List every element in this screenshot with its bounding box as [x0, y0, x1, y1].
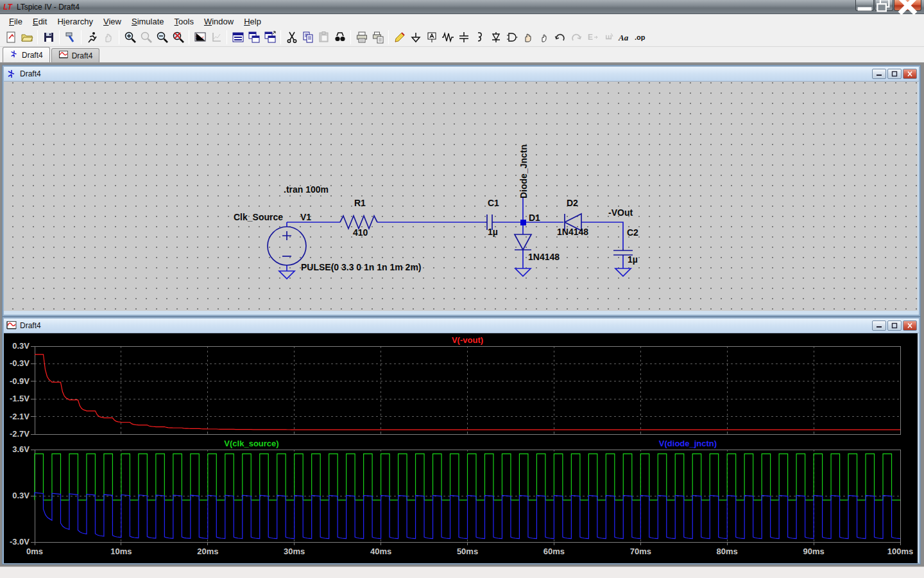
open-icon[interactable] — [19, 29, 35, 46]
net-label-icon[interactable] — [424, 29, 440, 46]
r1-name-label[interactable]: R1 — [354, 198, 366, 208]
waveform-minimize-button[interactable] — [872, 320, 886, 331]
schematic-window-titlebar[interactable]: Draft4 — [4, 67, 919, 82]
restore-button[interactable] — [875, 0, 893, 11]
plot-settings-icon[interactable] — [208, 29, 224, 46]
new-schematic-icon[interactable] — [3, 29, 19, 46]
y-axis-labels-clk: 3.6V0.3V-3.0V — [10, 444, 30, 547]
save-icon[interactable] — [40, 29, 56, 46]
schematic-maximize-button[interactable] — [887, 69, 902, 79]
svg-text:.op: .op — [635, 33, 646, 41]
menu-item-view[interactable]: View — [98, 15, 126, 28]
ground-icon[interactable] — [407, 29, 424, 46]
undo-icon[interactable] — [552, 29, 568, 46]
tab-schematic-draft4[interactable]: Draft4 — [3, 47, 50, 62]
d2-name-label[interactable]: D2 — [567, 198, 578, 208]
resistor-icon[interactable] — [440, 29, 456, 46]
trace-label-vout[interactable]: V(-vout) — [452, 335, 483, 345]
waveform-plot-area[interactable]: 0.3V-0.3V-0.9V-1.5V-2.1V-2.7V3.6V0.3V-3.… — [4, 333, 918, 563]
r1-symbol — [340, 216, 377, 229]
waveform-maximize-button[interactable] — [887, 320, 902, 331]
trace-label-diode-jnctn[interactable]: V(diode_jnctn) — [659, 439, 717, 448]
trace-label-clk-source[interactable]: V(clk_source) — [224, 439, 278, 448]
zoom-in-icon[interactable] — [122, 29, 138, 46]
find-icon[interactable] — [332, 29, 348, 46]
schematic-canvas[interactable]: .tran 100m Clk_Source V1 PULSE(0 3.3 0 1… — [4, 82, 918, 311]
spice-directive-icon[interactable]: .op — [632, 29, 648, 46]
move-icon[interactable] — [520, 29, 536, 46]
waveform-window: Draft4 0.3V-0.3V-0.9V-1.5V-2.1V-2.7V3.6V… — [3, 317, 920, 564]
menu-item-tools[interactable]: Tools — [169, 15, 199, 28]
d1-name-label[interactable]: D1 — [529, 213, 540, 223]
tile-vertical-icon[interactable] — [230, 29, 246, 46]
autorange-icon[interactable] — [192, 29, 208, 46]
capacitor-icon[interactable] — [456, 29, 472, 46]
svg-text:40ms: 40ms — [370, 547, 391, 556]
waveform-window-titlebar[interactable]: Draft4 — [4, 319, 919, 333]
toolbar-separator — [59, 30, 60, 44]
c2-name-label[interactable]: C2 — [627, 227, 638, 238]
zoom-out-icon[interactable] — [154, 29, 170, 46]
cut-icon[interactable] — [284, 29, 300, 46]
menu-item-file[interactable]: File — [4, 15, 28, 28]
print-preview-icon[interactable] — [370, 29, 386, 46]
waveform-plot[interactable]: 0.3V-0.3V-0.9V-1.5V-2.1V-2.7V3.6V0.3V-3.… — [4, 333, 918, 563]
v1-name-label[interactable]: V1 — [300, 212, 311, 222]
net-label-clk-source[interactable]: Clk_Source — [234, 212, 283, 222]
drag-icon[interactable] — [536, 29, 552, 46]
waveform-close-button[interactable] — [903, 320, 917, 331]
circuit-drawing[interactable] — [4, 82, 918, 311]
c1-name-label[interactable]: C1 — [488, 198, 499, 208]
copy-icon[interactable] — [300, 29, 316, 46]
tab-waveform-draft4[interactable]: Draft4 — [51, 48, 100, 62]
paste-icon[interactable] — [316, 29, 332, 46]
spice-directive-text[interactable]: .tran 100m — [284, 184, 329, 195]
d1-value-label[interactable]: 1N4148 — [528, 252, 560, 262]
wire-icon[interactable] — [391, 29, 407, 46]
print-icon[interactable] — [354, 29, 370, 46]
minimize-button[interactable] — [855, 0, 874, 11]
rotate-icon[interactable]: E — [600, 29, 616, 46]
toolbar-separator — [37, 30, 38, 44]
main-titlebar[interactable]: LT LTspice IV - Draft4 — [0, 0, 924, 14]
halt-icon[interactable] — [100, 29, 116, 46]
net-label-diode-jnctn[interactable]: Diode_Jnctn — [518, 144, 529, 198]
zoom-full-icon[interactable] — [170, 29, 186, 46]
x-axis-labels: 0ms10ms20ms30ms40ms50ms60ms70ms80ms90ms1… — [26, 547, 913, 556]
r1-value-label[interactable]: 410 — [353, 227, 368, 238]
net-label-vout[interactable]: -VOut — [608, 207, 633, 218]
close-button[interactable] — [894, 0, 921, 11]
menu-item-hierarchy[interactable]: Hierarchy — [52, 15, 98, 28]
svg-text:50ms: 50ms — [457, 547, 478, 556]
menu-item-window[interactable]: Window — [199, 15, 239, 28]
zoom-back-icon[interactable] — [138, 29, 154, 46]
diode-icon[interactable] — [488, 29, 504, 46]
menu-item-help[interactable]: Help — [239, 15, 266, 28]
c1-value-label[interactable]: 1µ — [488, 227, 498, 237]
redo-icon[interactable] — [568, 29, 584, 46]
tile-horizontal-icon[interactable] — [246, 29, 262, 46]
cascade-icon[interactable] — [262, 29, 278, 46]
v1-value-label[interactable]: PULSE(0 3.3 0 1n 1n 1m 2m) — [301, 262, 422, 272]
toolbar-separator — [189, 30, 189, 44]
ltspice-logo-icon: LT — [3, 3, 13, 12]
circuit-symbols[interactable] — [268, 214, 633, 265]
menu-bar: FileEditHierarchyViewSimulateToolsWindow… — [0, 15, 924, 28]
control-panel-icon[interactable] — [62, 29, 78, 46]
toolbar-separator — [350, 30, 351, 44]
schematic-icon — [10, 49, 19, 60]
text-icon[interactable]: Aa — [616, 29, 632, 46]
schematic-close-button[interactable] — [903, 69, 917, 79]
mirror-icon[interactable]: E — [584, 29, 600, 46]
trace-diode-jnctn — [35, 493, 900, 538]
menu-item-edit[interactable]: Edit — [28, 15, 52, 28]
v1-plus-icon — [282, 231, 291, 240]
c2-value-label[interactable]: 1µ — [628, 254, 638, 265]
d2-value-label[interactable]: 1N4148 — [557, 227, 588, 237]
inductor-icon[interactable] — [472, 29, 488, 46]
component-icon[interactable] — [504, 29, 520, 46]
run-icon[interactable] — [84, 29, 100, 46]
toolbar-separator — [227, 30, 227, 44]
menu-item-simulate[interactable]: Simulate — [126, 15, 169, 28]
schematic-minimize-button[interactable] — [872, 69, 886, 79]
